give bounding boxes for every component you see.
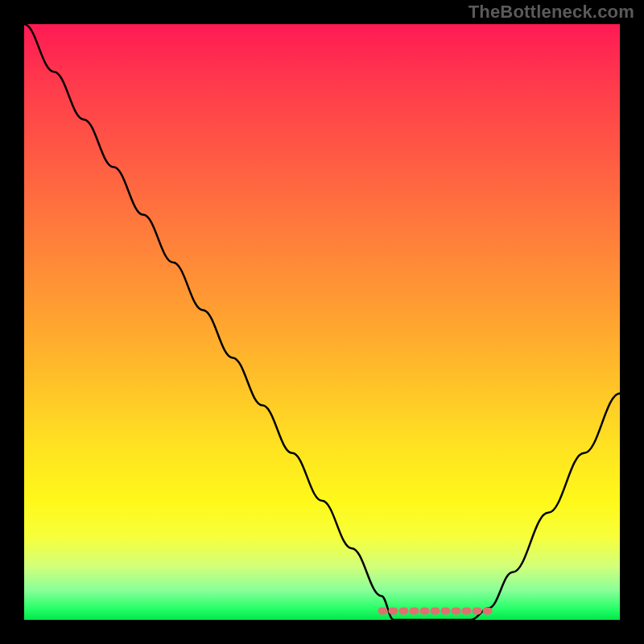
watermark-text: TheBottleneck.com (469, 2, 634, 23)
plot-svg (24, 24, 620, 620)
chart-frame: TheBottleneck.com (0, 0, 644, 644)
bottleneck-curve (24, 24, 620, 620)
plot-area (24, 24, 620, 620)
